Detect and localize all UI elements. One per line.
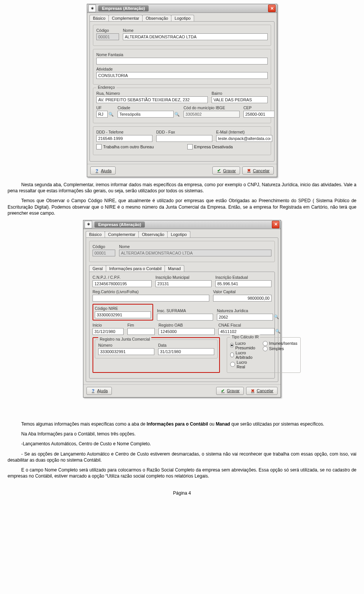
tab-basico[interactable]: Básico xyxy=(89,15,109,21)
label-juntadata: Data xyxy=(158,343,214,347)
close-icon[interactable]: ✕ xyxy=(272,221,279,228)
label-nome: Nome xyxy=(119,244,271,249)
subtab-contabil[interactable]: Informações para o Contabil xyxy=(106,265,165,272)
group-fantasia: Nome Fantasia Atividade xyxy=(93,49,271,85)
radio-label: Lucro Real xyxy=(237,360,257,369)
window-footer: ? Ajuda ✔ Gravar ✖ Cancelar xyxy=(87,164,277,177)
label-fim: Fim xyxy=(127,323,155,327)
oab-field[interactable] xyxy=(158,328,215,335)
help-icon: ? xyxy=(94,168,99,173)
gravar-button[interactable]: ✔ Gravar xyxy=(212,167,240,174)
window-title: Empresas (Alteração) xyxy=(98,5,149,11)
tabs-top: Básico Complementar Observação Logotipo xyxy=(87,13,277,21)
help-icon: ? xyxy=(91,388,96,393)
label-bairro: Bairro xyxy=(212,91,268,96)
cancelar-button[interactable]: ✖ Cancelar xyxy=(246,387,278,395)
label-uf: UF xyxy=(96,105,114,110)
label-nome: Nome xyxy=(123,28,268,33)
dddtel-field[interactable] xyxy=(96,135,152,142)
juntanum-field[interactable] xyxy=(98,348,154,355)
radio-imunes[interactable]: Imunes/Isentas xyxy=(263,341,298,346)
inscmun-field[interactable] xyxy=(155,280,212,287)
group-nome2: Código Nome xyxy=(89,241,275,262)
valorcap-field[interactable] xyxy=(213,295,271,302)
nome-field[interactable] xyxy=(123,33,268,40)
ajuda-button[interactable]: ? Ajuda xyxy=(86,387,112,395)
nire-highlight: Código NIRE xyxy=(93,304,153,321)
search-icon[interactable]: 🔍 xyxy=(274,314,279,319)
tab-complementar[interactable]: Complementar xyxy=(105,231,139,237)
label-nat: Natureza Jurídica xyxy=(217,308,279,313)
chk-desativada[interactable]: Empresa Desativada xyxy=(187,144,233,149)
gravar-label: Gravar xyxy=(227,388,240,393)
radio-arbitrado[interactable]: Lucro Arbitrado xyxy=(230,350,257,360)
inscest-field[interactable] xyxy=(215,280,271,287)
group-endereco: Endereço Rua, Número Bairro UF 🔍 xyxy=(93,88,271,123)
close-icon[interactable]: ✕ xyxy=(268,5,276,12)
nomefantasia-field[interactable] xyxy=(96,58,268,64)
tab-logotipo[interactable]: Logotipo xyxy=(171,15,194,21)
cnpj-field[interactable] xyxy=(93,280,152,287)
body-paragraph: Temos algumas informações mais específic… xyxy=(8,421,356,427)
codigo-field xyxy=(93,250,115,256)
tab-panel2: Código Nome Geral Informações para o Con… xyxy=(86,237,278,382)
radio-simples[interactable]: Simples xyxy=(263,346,298,351)
legend-endereco: Endereço xyxy=(96,85,116,90)
inicio-field[interactable] xyxy=(93,328,124,335)
label-atividade: Atividade xyxy=(96,67,268,71)
cep-field[interactable] xyxy=(243,111,275,118)
atividade-field[interactable] xyxy=(96,72,268,79)
email-field[interactable] xyxy=(216,135,272,142)
nire-field[interactable] xyxy=(95,311,151,318)
uf-field[interactable] xyxy=(96,111,108,118)
tab-basico[interactable]: Básico xyxy=(86,231,105,237)
label-cidade: Cidade xyxy=(118,105,180,110)
dddfax-field[interactable] xyxy=(156,135,212,142)
group-nome: Código Nome xyxy=(93,25,271,46)
radio-presumido[interactable]: Lucro Presumido xyxy=(230,341,257,350)
label-oab: Registro OAB xyxy=(158,323,215,327)
gravar-button[interactable]: ✔ Gravar xyxy=(216,387,244,395)
cancel-icon: ✖ xyxy=(246,168,251,173)
search-icon[interactable]: 🔍 xyxy=(108,112,114,117)
nat-field[interactable] xyxy=(217,314,273,321)
label-regcart: Reg.Cartório (Livro/Folha) xyxy=(93,289,209,294)
label-nire: Código NIRE xyxy=(95,306,151,311)
bairro-field[interactable] xyxy=(212,96,268,103)
check-icon: ✔ xyxy=(217,168,221,173)
label-valorcap: Valor Capital xyxy=(213,289,271,294)
gravar-label: Gravar xyxy=(223,168,236,173)
juntadata-field[interactable] xyxy=(158,348,214,355)
radio-label: Lucro Arbitrado xyxy=(235,350,256,360)
tab-observacao[interactable]: Observação xyxy=(142,15,171,21)
nome-field xyxy=(119,250,271,256)
ajuda-button[interactable]: ? Ajuda xyxy=(90,167,116,174)
subtab-manad[interactable]: Manad xyxy=(165,265,184,272)
window-empresas-basico: ✶ Empresas (Alteração) ✕ Básico Compleme… xyxy=(87,4,277,177)
label-ibge: Cód do município IBGE xyxy=(184,105,240,110)
search-icon[interactable]: 🔍 xyxy=(275,329,281,334)
tab-logotipo[interactable]: Logotipo xyxy=(167,231,190,237)
titlebar: ✶ Empresas (Alteração) ✕ xyxy=(83,220,281,229)
radio-label: Simples xyxy=(269,346,284,351)
chk-bureau[interactable]: Trabalha com outro Bureau xyxy=(96,144,154,149)
text-bold: Manad xyxy=(216,421,230,427)
search-icon[interactable]: 🔍 xyxy=(174,112,180,117)
radio-real[interactable]: Lucro Real xyxy=(230,360,257,369)
subtab-geral[interactable]: Geral xyxy=(89,265,106,272)
cancelar-label: Cancelar xyxy=(257,388,273,393)
radio-icon xyxy=(263,346,268,351)
cidade-field[interactable] xyxy=(118,111,174,118)
tab-complementar[interactable]: Complementar xyxy=(108,15,143,21)
tab-observacao[interactable]: Observação xyxy=(138,231,168,237)
rua-field[interactable] xyxy=(96,96,208,103)
fim-field[interactable] xyxy=(127,328,155,335)
suframa-field[interactable] xyxy=(157,314,213,321)
legend-junta: Registro na Junta Comercial xyxy=(98,337,151,341)
chk-desativada-label: Empresa Desativada xyxy=(194,145,233,149)
cnae-field[interactable] xyxy=(218,328,275,335)
regcart-field[interactable] xyxy=(93,295,209,302)
cancelar-button[interactable]: ✖ Cancelar xyxy=(242,167,274,174)
radio-icon xyxy=(263,341,268,346)
check-icon: ✔ xyxy=(220,388,225,393)
